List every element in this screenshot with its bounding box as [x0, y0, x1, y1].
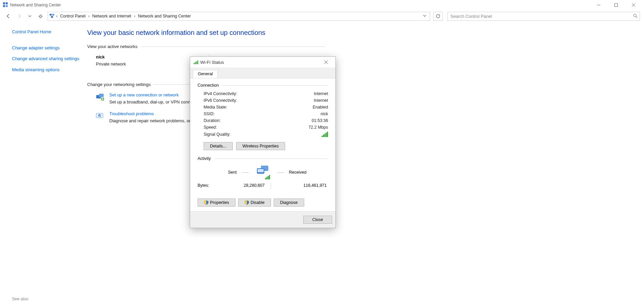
signal-strength-icon: [322, 132, 328, 137]
bytes-received-value: 116,461,971: [277, 183, 327, 189]
svg-rect-2: [3, 5, 5, 7]
setup-connection-link[interactable]: Set up a new connection or network: [109, 92, 179, 97]
svg-rect-26: [258, 169, 264, 172]
divider: [241, 172, 249, 173]
troubleshoot-link[interactable]: Troubleshoot problems: [109, 111, 154, 116]
active-networks-label: View your active networks: [87, 44, 138, 49]
sidebar-change-adapter[interactable]: Change adapter settings: [12, 45, 83, 51]
connection-group-label: Connection: [198, 83, 219, 88]
svg-rect-28: [266, 177, 267, 179]
window-title: Network and Sharing Center: [10, 3, 61, 7]
search-input[interactable]: [450, 13, 633, 19]
svg-line-12: [52, 15, 53, 16]
see-also-heading: See also: [12, 297, 29, 301]
setup-connection-icon: [95, 92, 105, 102]
recent-locations-button[interactable]: [26, 12, 34, 20]
svg-rect-30: [269, 175, 270, 179]
dialog-titlebar[interactable]: Wi-Fi Status: [190, 57, 335, 68]
control-panel-icon: [3, 2, 8, 8]
signal-quality-label: Signal Quality:: [204, 132, 231, 137]
dialog-title: Wi-Fi Status: [200, 60, 224, 65]
svg-rect-8: [50, 14, 52, 15]
search-icon[interactable]: [633, 13, 638, 19]
activity-group-label: Activity: [198, 156, 211, 161]
svg-rect-16: [99, 94, 104, 97]
forward-button[interactable]: [15, 12, 23, 20]
sidebar: Control Panel Home Change adapter settin…: [0, 29, 87, 130]
page-title: View your basic network information and …: [87, 29, 342, 37]
wifi-status-dialog: Wi-Fi Status General Connection IPv4 Con…: [190, 56, 336, 228]
diagnose-button[interactable]: Diagnose: [274, 199, 304, 207]
disable-label: Disable: [251, 200, 265, 205]
svg-rect-29: [268, 176, 269, 179]
chevron-right-icon[interactable]: ›: [56, 14, 57, 18]
disable-button[interactable]: Disable: [238, 199, 271, 207]
ssid-label: SSID:: [204, 112, 215, 116]
breadcrumb-network-sharing-center[interactable]: Network and Sharing Center: [137, 13, 192, 19]
tab-general[interactable]: General: [193, 70, 218, 78]
sent-label: Sent: [200, 170, 237, 175]
ipv4-label: IPv4 Connectivity:: [204, 91, 237, 96]
details-button[interactable]: Details...: [204, 142, 233, 150]
sidebar-media-streaming[interactable]: Media streaming options: [12, 67, 83, 73]
sidebar-advanced-sharing[interactable]: Change advanced sharing settings: [12, 56, 83, 62]
properties-button[interactable]: Properties: [198, 199, 235, 207]
refresh-button[interactable]: [433, 12, 443, 21]
address-history-button[interactable]: [421, 14, 428, 18]
svg-rect-5: [615, 4, 618, 7]
toolbar: › Control Panel › Network and Internet ›…: [0, 10, 644, 22]
divider: [141, 46, 325, 47]
svg-rect-9: [52, 14, 54, 15]
shield-icon: [245, 200, 249, 205]
speed-label: Speed:: [204, 125, 217, 130]
bytes-label: Bytes:: [198, 183, 224, 189]
duration-label: Duration:: [204, 118, 221, 123]
svg-rect-27: [265, 178, 266, 179]
received-label: Received: [289, 170, 326, 175]
sidebar-control-panel-home[interactable]: Control Panel Home: [12, 29, 83, 35]
wireless-properties-button[interactable]: Wireless Properties: [236, 142, 285, 150]
back-button[interactable]: [5, 12, 12, 20]
network-activity-icon: [254, 165, 272, 180]
svg-point-13: [634, 14, 636, 17]
search-container: [447, 12, 640, 21]
up-button[interactable]: [37, 12, 44, 20]
divider: [277, 172, 284, 173]
svg-rect-0: [3, 2, 5, 4]
speed-value: 72.2 Mbps: [309, 125, 328, 130]
window-titlebar: Network and Sharing Center: [0, 0, 644, 10]
svg-rect-3: [6, 5, 8, 7]
properties-label: Properties: [210, 200, 229, 205]
troubleshoot-icon: [95, 111, 105, 121]
close-window-button[interactable]: [626, 0, 641, 10]
breadcrumb-network-internet[interactable]: Network and Internet: [91, 13, 132, 19]
chevron-right-icon[interactable]: ›: [88, 14, 90, 18]
divider: [271, 183, 271, 189]
svg-line-14: [636, 16, 637, 18]
bytes-sent-value: 28,280,607: [224, 183, 265, 189]
wifi-icon: [194, 60, 198, 64]
chevron-right-icon[interactable]: ›: [134, 14, 135, 18]
network-sharing-icon: [49, 13, 55, 19]
change-settings-label: Change your networking settings: [87, 82, 151, 87]
ssid-value: nick: [321, 112, 328, 116]
svg-line-11: [51, 15, 52, 16]
divider: [214, 159, 328, 159]
dialog-tabstrip: General: [190, 68, 335, 78]
media-state-label: Media State:: [204, 105, 227, 110]
breadcrumb-control-panel[interactable]: Control Panel: [59, 13, 87, 19]
media-state-value: Enabled: [313, 105, 328, 110]
svg-rect-10: [51, 16, 53, 18]
ipv6-value: Internet: [314, 98, 328, 103]
close-button[interactable]: Close: [303, 216, 332, 224]
dialog-close-button[interactable]: [319, 57, 333, 67]
duration-value: 01:53:36: [312, 118, 328, 123]
divider: [222, 85, 328, 86]
shield-icon: [204, 200, 209, 205]
minimize-button[interactable]: [591, 0, 606, 10]
ipv6-label: IPv6 Connectivity:: [204, 98, 237, 103]
address-bar[interactable]: › Control Panel › Network and Internet ›…: [48, 12, 430, 21]
ipv4-value: Internet: [314, 91, 328, 96]
svg-rect-1: [6, 2, 8, 4]
maximize-button[interactable]: [608, 0, 624, 10]
